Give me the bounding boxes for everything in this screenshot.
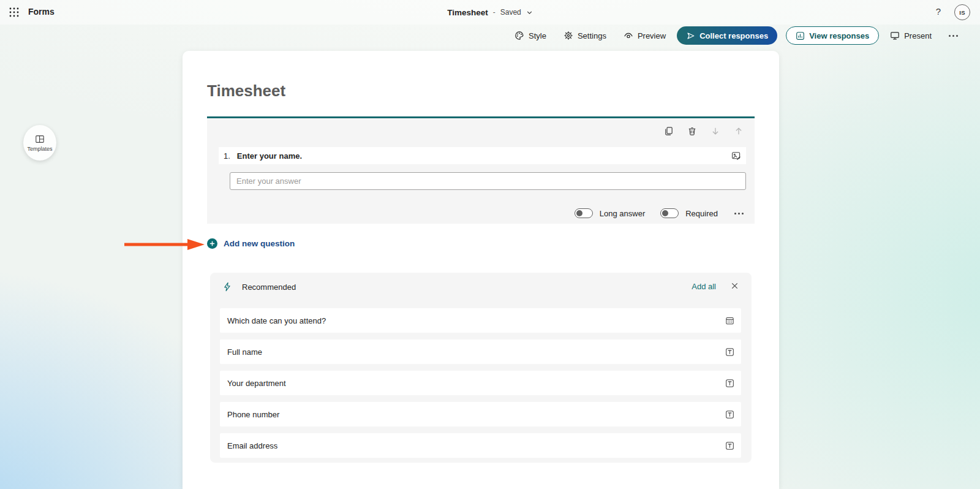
recommended-item-email[interactable]: Email address [220,433,741,458]
question-number: 1. [224,151,230,161]
duplicate-question-icon[interactable] [664,126,674,136]
plus-icon [207,238,217,249]
style-label: Style [529,31,546,40]
question-title-row[interactable]: 1. Enter your name. [219,147,746,164]
insert-media-icon[interactable] [731,151,741,161]
form-title[interactable]: Timesheet [207,82,285,100]
settings-label: Settings [578,31,606,40]
long-answer-label: Long answer [600,209,645,218]
required-toggle[interactable] [660,208,679,218]
delete-question-icon[interactable] [687,126,697,136]
palette-icon [514,31,524,40]
collect-responses-label: Collect responses [699,31,768,40]
collect-responses-button[interactable]: Collect responses [677,26,777,45]
eye-icon [624,31,633,40]
text-field-icon [725,410,734,419]
recommended-panel: Recommended Add all Which date can you a… [210,273,752,463]
answer-input[interactable] [230,172,746,190]
text-field-icon [725,379,734,388]
title-separator: - [493,8,496,17]
top-bar: Forms Timesheet - Saved ? IS [0,0,980,25]
text-field-icon [725,441,734,450]
account-avatar[interactable]: IS [954,4,970,20]
move-question-down-icon [710,126,720,136]
view-responses-label: View responses [809,31,869,40]
preview-label: Preview [638,31,666,40]
recommended-item-full-name[interactable]: Full name [220,339,741,364]
document-title[interactable]: Timesheet [447,8,488,17]
recommended-item-date[interactable]: Which date can you attend? [220,308,741,333]
recommended-item-phone[interactable]: Phone number [220,402,741,426]
question-footer: Long answer Required [575,208,745,218]
templates-button[interactable]: Templates [23,125,56,161]
bar-chart-icon [796,31,805,40]
move-question-up-icon [734,126,744,136]
close-icon[interactable] [730,281,739,290]
recommended-title: Recommended [242,282,296,292]
question-actions [664,126,744,136]
present-label: Present [904,31,932,40]
question-block[interactable]: 1. Enter your name. Long answer Required [207,118,755,224]
add-all-link[interactable]: Add all [692,282,716,291]
add-new-question-button[interactable]: Add new question [207,238,295,249]
send-icon [686,31,695,40]
document-title-group[interactable]: Timesheet - Saved [0,0,980,25]
gear-icon [564,31,573,40]
view-responses-button[interactable]: View responses [786,26,879,45]
recommended-header: Recommended Add all [210,273,752,302]
question-text[interactable]: Enter your name. [237,151,731,161]
preview-button[interactable]: Preview [617,27,672,44]
question-more-options-button[interactable] [733,210,745,217]
lightning-icon [222,282,232,292]
monitor-icon [890,31,900,40]
recommended-item-department[interactable]: Your department [220,371,741,395]
help-button[interactable]: ? [936,6,941,17]
templates-icon [35,134,45,144]
recommended-items: Which date can you attend? [220,308,741,464]
saved-status: Saved [500,8,521,17]
present-button[interactable]: Present [884,27,938,44]
form-editor-card: Timesheet [183,51,779,489]
chevron-down-icon[interactable] [526,9,533,16]
required-label: Required [685,209,718,218]
annotation-arrow [123,238,206,251]
calendar-icon [725,316,734,325]
toolbar-more-options-button[interactable] [943,30,964,42]
templates-label: Templates [27,146,52,152]
text-field-icon [725,347,734,357]
style-button[interactable]: Style [508,27,552,44]
add-new-question-label: Add new question [224,239,295,248]
settings-button[interactable]: Settings [557,27,612,44]
command-toolbar: Style Settings Preview [508,26,964,45]
long-answer-toggle[interactable] [575,208,593,218]
